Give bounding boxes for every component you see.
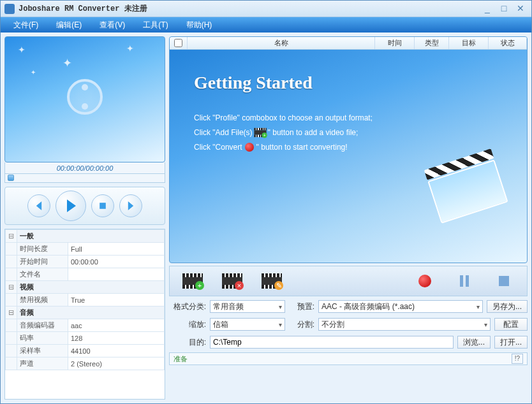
preview-block: ✦ ✦ ✦ ✦ 00:00:00/00:00:00 xyxy=(4,36,165,183)
add-file-icon: + xyxy=(254,128,266,137)
col-type[interactable]: 类型 xyxy=(415,37,449,49)
prop-value[interactable]: 00:00:00 xyxy=(68,256,165,268)
close-button[interactable]: ✕ xyxy=(514,3,528,15)
prop-key: 采样率 xyxy=(17,345,68,357)
prop-value[interactable]: 2 (Stereo) xyxy=(68,357,165,370)
menu-tools[interactable]: 工具(T) xyxy=(134,20,177,31)
col-time[interactable]: 时间 xyxy=(375,37,415,49)
zoom-combo[interactable]: 信箱 xyxy=(210,318,285,331)
menu-edit[interactable]: 编辑(E) xyxy=(47,20,91,31)
prop-value[interactable]: aac xyxy=(68,319,165,332)
group-general: 一般 xyxy=(17,230,165,243)
prop-value[interactable]: Full xyxy=(68,243,165,256)
prop-key: 码率 xyxy=(17,332,68,345)
col-status[interactable]: 状态 xyxy=(489,37,527,49)
dest-label: 目的: xyxy=(169,337,206,348)
col-target[interactable]: 目标 xyxy=(449,37,489,49)
split-label: 分割: xyxy=(289,319,314,330)
seek-slider[interactable] xyxy=(4,174,165,183)
menu-help[interactable]: 帮助(H) xyxy=(177,20,221,31)
prop-key: 开始时间 xyxy=(17,256,68,268)
playback-controls xyxy=(4,187,165,225)
preset-label: 预置: xyxy=(289,301,314,312)
collapse-toggle[interactable]: ⊟ xyxy=(6,281,17,294)
main-toolbar: + × ✎ xyxy=(169,266,528,296)
help-button[interactable]: !? xyxy=(512,354,523,364)
right-column: 名称 时间 类型 目标 状态 Getting Started Click "Pr… xyxy=(169,36,528,400)
stop-button[interactable] xyxy=(91,194,114,217)
film-reel-icon xyxy=(67,79,103,115)
profile-label: 格式分类: xyxy=(169,301,206,312)
app-window: Joboshare RM Converter 未注册 _ □ ✕ 文件(F) 编… xyxy=(0,0,532,404)
sparkle-icon: ✦ xyxy=(63,56,72,70)
add-file-button[interactable]: + xyxy=(177,270,208,292)
zoom-label: 缩放: xyxy=(169,319,206,330)
menu-view[interactable]: 查看(V) xyxy=(91,20,134,31)
split-combo[interactable]: 不分割 xyxy=(318,318,491,331)
prop-key: 禁用视频 xyxy=(17,294,68,307)
gs-line1: Click "Profile" combobox to choose an ou… xyxy=(194,113,373,122)
prop-key: 文件名 xyxy=(17,268,68,281)
list-header: 名称 时间 类型 目标 状态 xyxy=(170,37,527,50)
convert-icon xyxy=(245,143,254,152)
prop-value[interactable]: 44100 xyxy=(68,345,165,357)
property-grid[interactable]: ⊟一般 时间长度Full 开始时间00:00:00 文件名 ⊟视频 禁用视频Tr… xyxy=(4,229,165,400)
next-button[interactable] xyxy=(119,194,142,217)
titlebar: Joboshare RM Converter 未注册 _ □ ✕ xyxy=(1,1,531,17)
menu-file[interactable]: 文件(F) xyxy=(4,20,47,31)
prop-key: 声道 xyxy=(17,357,68,370)
group-audio: 音频 xyxy=(17,307,165,319)
minimize-button[interactable]: _ xyxy=(480,3,494,15)
time-display: 00:00:00/00:00:00 xyxy=(4,162,165,174)
browse-button[interactable]: 浏览... xyxy=(457,336,491,349)
prop-key: 音频编码器 xyxy=(17,319,68,332)
play-button[interactable] xyxy=(55,191,86,221)
dest-input[interactable] xyxy=(210,336,454,349)
preview-pane: ✦ ✦ ✦ ✦ xyxy=(4,36,165,162)
profile-row: 格式分类: 常用音频 预置: AAC - 高级音频编码 (*.aac) 另存为.… xyxy=(169,299,528,314)
pause-button[interactable] xyxy=(449,270,480,292)
maximize-button[interactable]: □ xyxy=(497,3,511,15)
profile-combo[interactable]: 常用音频 xyxy=(210,300,285,313)
gs-line3: Click "Convert " button to start convert… xyxy=(194,143,348,152)
group-video: 视频 xyxy=(17,281,165,294)
getting-started-title: Getting Started xyxy=(194,73,313,93)
status-bar: 准备 !? xyxy=(169,352,528,365)
prop-value[interactable]: True xyxy=(68,294,165,307)
trim-button[interactable]: ✎ xyxy=(256,270,287,292)
file-list-area: 名称 时间 类型 目标 状态 Getting Started Click "Pr… xyxy=(169,36,528,263)
sparkle-icon: ✦ xyxy=(18,45,26,55)
header-checkbox[interactable] xyxy=(170,37,188,49)
select-all-checkbox[interactable] xyxy=(174,39,182,47)
config-button[interactable]: 配置 xyxy=(494,318,528,331)
zoom-row: 缩放: 信箱 分割: 不分割 配置 xyxy=(169,317,528,332)
window-title: Joboshare RM Converter 未注册 xyxy=(18,3,478,14)
menubar: 文件(F) 编辑(E) 查看(V) 工具(T) 帮助(H) xyxy=(1,17,531,32)
sparkle-icon: ✦ xyxy=(31,69,36,76)
open-button[interactable]: 打开... xyxy=(494,336,528,349)
prev-button[interactable] xyxy=(27,194,50,217)
app-icon xyxy=(4,4,15,14)
gs-line2: Click "Add File(s) + " button to add a v… xyxy=(194,127,358,138)
prop-key: 时间长度 xyxy=(17,243,68,256)
status-text: 准备 xyxy=(174,354,188,364)
prop-value[interactable]: 128 xyxy=(68,332,165,345)
prop-value[interactable] xyxy=(68,268,165,281)
clapper-icon xyxy=(424,148,508,225)
convert-button[interactable] xyxy=(410,270,440,292)
content-area: ✦ ✦ ✦ ✦ 00:00:00/00:00:00 ⊟一般 时间长度Full xyxy=(1,32,531,403)
preset-combo[interactable]: AAC - 高级音频编码 (*.aac) xyxy=(318,300,483,313)
remove-file-button[interactable]: × xyxy=(217,270,248,292)
sparkle-icon: ✦ xyxy=(126,43,134,54)
save-as-button[interactable]: 另存为... xyxy=(487,300,528,313)
collapse-toggle[interactable]: ⊟ xyxy=(6,230,17,243)
svg-rect-0 xyxy=(100,203,106,209)
seek-thumb[interactable] xyxy=(8,175,14,181)
col-name[interactable]: 名称 xyxy=(188,37,375,49)
dest-row: 目的: 浏览... 打开... xyxy=(169,335,528,350)
stop-convert-button[interactable] xyxy=(489,270,519,292)
left-column: ✦ ✦ ✦ ✦ 00:00:00/00:00:00 ⊟一般 时间长度Full xyxy=(4,36,165,400)
collapse-toggle[interactable]: ⊟ xyxy=(6,307,17,319)
